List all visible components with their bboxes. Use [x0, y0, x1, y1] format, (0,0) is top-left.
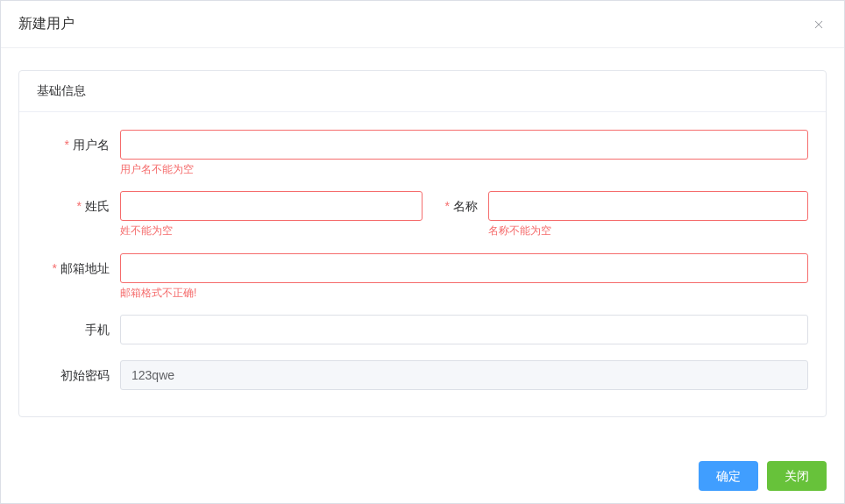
- confirm-button[interactable]: 确定: [699, 461, 758, 491]
- dialog-footer: 确定 关闭: [1, 449, 844, 503]
- password-input: [120, 360, 808, 390]
- username-input[interactable]: [120, 130, 808, 160]
- firstname-label: 名称: [422, 191, 488, 221]
- close-button[interactable]: 关闭: [767, 461, 827, 491]
- form-row-username: 用户名 用户名不能为空: [37, 130, 808, 175]
- form-row-name: 姓氏 姓不能为空 名称 名称不能为空: [37, 191, 808, 237]
- lastname-label: 姓氏: [37, 191, 120, 221]
- password-label: 初始密码: [37, 360, 120, 390]
- basic-info-card: 基础信息 用户名 用户名不能为空 姓氏 姓不能为空: [18, 70, 827, 417]
- close-icon[interactable]: [811, 17, 827, 32]
- firstname-error: 名称不能为空: [488, 224, 808, 237]
- username-label: 用户名: [37, 130, 120, 160]
- phone-input[interactable]: [120, 315, 808, 344]
- form-row-phone: 手机: [37, 315, 808, 344]
- email-input[interactable]: [120, 253, 808, 283]
- card-body: 用户名 用户名不能为空 姓氏 姓不能为空 名称: [19, 112, 826, 416]
- dialog-header: 新建用户: [1, 1, 844, 48]
- email-label: 邮箱地址: [37, 253, 120, 283]
- firstname-input[interactable]: [488, 191, 808, 221]
- form-row-email: 邮箱地址 邮箱格式不正确!: [37, 253, 808, 299]
- dialog-title: 新建用户: [18, 15, 75, 33]
- username-error: 用户名不能为空: [120, 163, 808, 175]
- dialog-body: 基础信息 用户名 用户名不能为空 姓氏 姓不能为空: [1, 48, 844, 435]
- email-error: 邮箱格式不正确!: [120, 287, 808, 299]
- lastname-error: 姓不能为空: [120, 224, 422, 237]
- form-row-password: 初始密码: [37, 360, 808, 390]
- lastname-input[interactable]: [120, 191, 422, 221]
- phone-label: 手机: [37, 315, 120, 344]
- card-header: 基础信息: [19, 71, 826, 112]
